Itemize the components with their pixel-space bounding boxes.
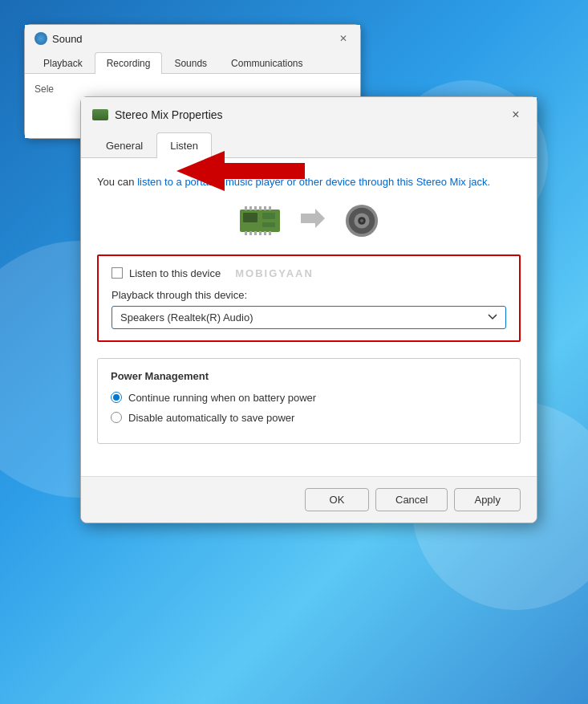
chip-icon bbox=[92, 109, 108, 120]
listen-checkbox[interactable] bbox=[112, 267, 123, 279]
playback-device-select[interactable]: Speakers (Realtek(R) Audio) Default Play… bbox=[112, 306, 506, 329]
tab-general[interactable]: General bbox=[92, 132, 156, 158]
svg-rect-7 bbox=[259, 206, 262, 210]
bg-title-left: Sound bbox=[34, 32, 83, 45]
svg-rect-3 bbox=[262, 222, 275, 227]
dialog-body: You can listen to a portable music playe… bbox=[81, 158, 537, 476]
main-title-bar: Stereo Mix Properties × bbox=[81, 97, 537, 132]
svg-rect-14 bbox=[264, 231, 266, 235]
radio-row-continue: Continue running when on battery power bbox=[111, 392, 507, 404]
power-management-title: Power Management bbox=[111, 370, 507, 382]
svg-rect-8 bbox=[264, 206, 266, 210]
svg-rect-5 bbox=[249, 206, 252, 210]
speaker-svg bbox=[344, 202, 379, 239]
bg-tab-playback[interactable]: Playback bbox=[31, 52, 95, 74]
cancel-button[interactable]: Cancel bbox=[375, 488, 448, 511]
main-close-button[interactable]: × bbox=[506, 105, 525, 124]
bg-tab-bar: Playback Recording Sounds Communications bbox=[25, 52, 360, 74]
bg-tab-sounds[interactable]: Sounds bbox=[162, 52, 219, 74]
svg-rect-4 bbox=[245, 206, 247, 210]
apply-button[interactable]: Apply bbox=[454, 488, 521, 511]
dialog-footer: OK Cancel Apply bbox=[81, 476, 537, 523]
watermark-text: MOBIGYAAN bbox=[235, 267, 314, 279]
arrow-icon bbox=[301, 209, 325, 233]
svg-point-21 bbox=[360, 219, 363, 222]
radio-disable[interactable] bbox=[111, 412, 122, 423]
stereo-mix-dialog: Stereo Mix Properties × General Listen Y… bbox=[80, 96, 537, 523]
bg-dialog-title: Sound bbox=[52, 33, 83, 45]
radio-continue-label: Continue running when on battery power bbox=[128, 392, 316, 404]
sound-icon bbox=[34, 32, 47, 45]
red-arrow-svg bbox=[176, 147, 305, 195]
source-device-icon bbox=[238, 205, 282, 237]
main-title-left: Stereo Mix Properties bbox=[92, 108, 223, 121]
svg-rect-13 bbox=[259, 231, 262, 235]
ok-button[interactable]: OK bbox=[305, 488, 369, 511]
svg-marker-22 bbox=[176, 151, 305, 191]
power-management-section: Power Management Continue running when o… bbox=[97, 358, 521, 444]
bg-title-bar: Sound ✕ bbox=[25, 25, 360, 52]
listen-label: Listen to this device bbox=[129, 267, 221, 279]
radio-continue-inner bbox=[113, 394, 120, 401]
svg-rect-12 bbox=[254, 231, 257, 235]
dialog-tab-bar: General Listen bbox=[81, 132, 537, 158]
svg-rect-15 bbox=[269, 231, 271, 235]
radio-continue[interactable] bbox=[111, 392, 122, 403]
playback-label: Playback through this device: bbox=[112, 289, 506, 301]
speaker-icon bbox=[344, 203, 379, 238]
svg-rect-9 bbox=[269, 206, 271, 210]
red-arrow-indicator bbox=[176, 147, 305, 198]
svg-rect-6 bbox=[254, 206, 257, 210]
svg-rect-10 bbox=[245, 231, 247, 235]
chip-svg bbox=[238, 205, 282, 237]
radio-disable-label: Disable automatically to save power bbox=[128, 412, 294, 424]
listen-checkbox-row: Listen to this device MOBIGYAAN bbox=[112, 267, 506, 279]
bg-close-button[interactable]: ✕ bbox=[336, 31, 351, 46]
main-dialog-title: Stereo Mix Properties bbox=[115, 108, 223, 121]
svg-marker-16 bbox=[301, 209, 325, 228]
svg-rect-2 bbox=[262, 213, 275, 219]
info-text-before: You can bbox=[97, 176, 137, 188]
bg-content-text: Sele bbox=[34, 83, 54, 95]
device-visualization bbox=[97, 203, 521, 238]
radio-row-disable: Disable automatically to save power bbox=[111, 412, 507, 424]
svg-rect-1 bbox=[243, 213, 258, 222]
info-text: You can listen to a portable music playe… bbox=[97, 174, 521, 190]
listen-section: Listen to this device MOBIGYAAN Playback… bbox=[97, 254, 521, 342]
bg-tab-communications[interactable]: Communications bbox=[219, 52, 314, 74]
right-arrow-svg bbox=[301, 209, 325, 228]
bg-tab-recording[interactable]: Recording bbox=[95, 52, 163, 74]
svg-rect-11 bbox=[249, 231, 252, 235]
